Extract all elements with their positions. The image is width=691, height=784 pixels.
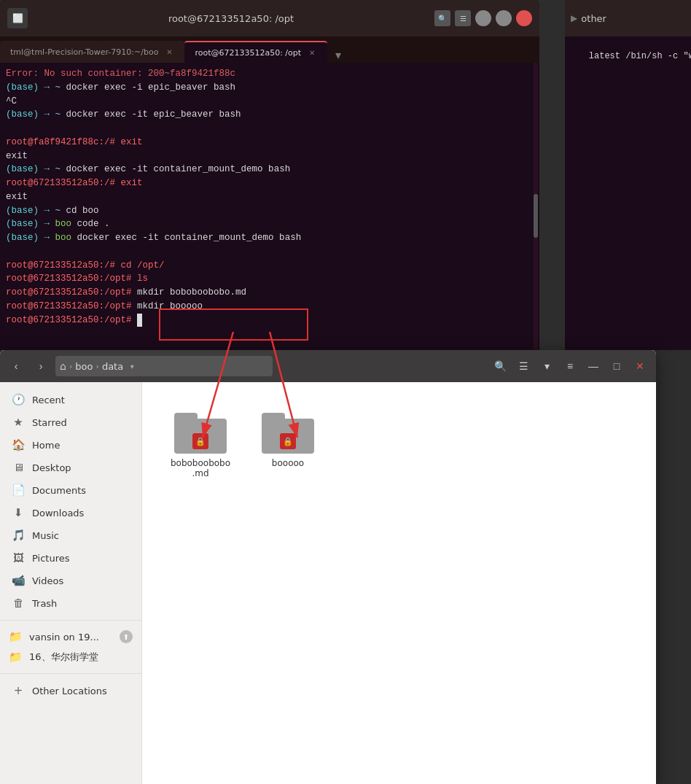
home-sidebar-icon: 🏠 xyxy=(12,438,25,451)
terminal-tab-2-close[interactable]: ✕ xyxy=(307,47,317,58)
sidebar-item-downloads[interactable]: ⬇ Downloads xyxy=(3,502,138,524)
terminal-right-content: latest /bin/sh -c "while t xyxy=(565,36,691,76)
terminal-titlebar: ⬜ root@672133512a50: /opt 🔍 ☰ ✕ xyxy=(0,0,539,36)
terminal-line-19: root@672133512a50:/opt# xyxy=(6,314,534,327)
terminal-controls: 🔍 ☰ ✕ xyxy=(434,10,532,26)
fm-view-options-button[interactable]: ▾ xyxy=(536,356,557,376)
terminal-minimize-button[interactable] xyxy=(475,10,491,26)
fm-close-button[interactable]: ✕ xyxy=(630,356,650,376)
terminal-line-17: root@672133512a50:/opt# mkdir boboboobob… xyxy=(6,286,534,300)
vansin-eject-button[interactable]: ⬆ xyxy=(120,630,133,643)
new-tab-button[interactable]: ▾ xyxy=(330,47,346,63)
fm-breadcrumb[interactable]: ⌂ › boo › data ▾ xyxy=(55,356,273,376)
sidebar-item-downloads-label: Downloads xyxy=(32,508,84,519)
terminal-scrollbar[interactable] xyxy=(534,63,538,350)
folder-body: 🔒 xyxy=(174,419,227,454)
fm-sidebar: 🕐 Recent ★ Starred 🏠 Home 🖥 Desktop 📄 Do… xyxy=(0,382,142,784)
terminal-right-panel: ▶ other latest /bin/sh -c "while t xyxy=(565,0,691,350)
terminal-tab-2-label: root@672133512a50: /opt xyxy=(195,48,301,58)
fm-files-grid: 🔒 boboboobobo.md 🔒 booooo xyxy=(157,397,641,492)
terminal-line-6: root@fa8f9421f88c:/# exit xyxy=(6,136,534,150)
terminal-tab-1-close[interactable]: ✕ xyxy=(164,47,174,57)
fm-toolbar-right: 🔍 ☰ ▾ ≡ — □ ✕ xyxy=(490,356,650,376)
terminal-icon: ⬜ xyxy=(7,8,28,28)
terminal-line-16: root@672133512a50:/opt# ls xyxy=(6,272,534,286)
sidebar-item-documents[interactable]: 📄 Documents xyxy=(3,479,138,501)
downloads-icon: ⬇ xyxy=(12,506,25,519)
trash-icon: 🗑 xyxy=(12,597,25,610)
terminal-title: root@672133512a50: /opt xyxy=(28,13,434,24)
other-locations-icon: + xyxy=(12,684,25,697)
sidebar-item-home[interactable]: 🏠 Home xyxy=(3,434,138,456)
file-item-boboboobobo[interactable]: 🔒 boboboobobo.md xyxy=(164,404,237,484)
sidebar-item-huaerjie-label: 16、华尔街学堂 xyxy=(29,651,98,664)
huaerjie-icon: 📁 xyxy=(9,651,22,664)
fm-menu-button[interactable]: ≡ xyxy=(560,356,580,376)
file-manager: ‹ › ⌂ › boo › data ▾ 🔍 ☰ ▾ ≡ — □ ✕ 🕐 Rec… xyxy=(0,350,656,784)
terminal-line-1: Error: No such container: 200~fa8f9421f8… xyxy=(6,67,534,81)
file-label-booooo: booooo xyxy=(272,458,304,468)
sidebar-item-documents-label: Documents xyxy=(32,485,86,496)
fm-forward-button[interactable]: › xyxy=(31,356,51,376)
terminal-line-9: root@672133512a50:/# exit xyxy=(6,176,534,190)
sidebar-item-huaerjie[interactable]: 📁 16、华尔街学堂 xyxy=(0,647,141,667)
sidebar-item-trash-label: Trash xyxy=(32,598,57,609)
sidebar-item-videos-label: Videos xyxy=(32,575,63,586)
terminal-line-7: exit xyxy=(6,150,534,163)
home-icon: ⌂ xyxy=(60,360,66,372)
terminal-tab-2[interactable]: root@672133512a50: /opt ✕ xyxy=(184,41,327,63)
terminal-maximize-button[interactable] xyxy=(496,10,512,26)
sidebar-divider-2 xyxy=(0,673,141,674)
sidebar-item-desktop-label: Desktop xyxy=(32,462,71,473)
sidebar-item-other-locations-label: Other Locations xyxy=(32,686,107,696)
terminal-search-button[interactable]: 🔍 xyxy=(434,10,450,26)
folder-icon-boboboobobo: 🔒 xyxy=(174,410,227,454)
terminal-tab-1[interactable]: tml@tml-Precision-Tower-7910:~/boo ✕ xyxy=(0,41,184,63)
fm-minimize-button[interactable]: — xyxy=(583,356,604,376)
fm-titlebar: ‹ › ⌂ › boo › data ▾ 🔍 ☰ ▾ ≡ — □ ✕ xyxy=(0,350,656,382)
fm-maximize-button[interactable]: □ xyxy=(606,356,627,376)
sidebar-item-vansin[interactable]: 📁 vansin on 19... ⬆ xyxy=(0,626,141,647)
desktop-icon: 🖥 xyxy=(12,461,25,474)
terminal-tab-1-label: tml@tml-Precision-Tower-7910:~/boo xyxy=(10,47,158,57)
sidebar-item-other-locations[interactable]: + Other Locations xyxy=(3,680,138,702)
fm-back-button[interactable]: ‹ xyxy=(6,356,26,376)
file-label-boboboobobo: boboboobobo.md xyxy=(170,458,231,478)
terminal-line-12: (base) → boo code . xyxy=(6,217,534,231)
sidebar-item-desktop[interactable]: 🖥 Desktop xyxy=(3,457,138,478)
terminal-line-11: (base) → ~ cd boo xyxy=(6,204,534,218)
sidebar-item-pictures[interactable]: 🖼 Pictures xyxy=(3,547,138,569)
terminal-menu-button[interactable]: ☰ xyxy=(455,10,471,26)
fm-search-button[interactable]: 🔍 xyxy=(490,356,510,376)
file-item-booooo[interactable]: 🔒 booooo xyxy=(251,404,324,484)
terminal-line-15: root@672133512a50:/# cd /opt/ xyxy=(6,259,534,273)
sidebar-divider xyxy=(0,620,141,621)
fm-list-view-button[interactable]: ☰ xyxy=(513,356,534,376)
sidebar-item-trash[interactable]: 🗑 Trash xyxy=(3,592,138,614)
sidebar-item-pictures-label: Pictures xyxy=(32,553,69,564)
documents-icon: 📄 xyxy=(12,484,25,497)
terminal-line-5 xyxy=(6,122,534,136)
breadcrumb-data[interactable]: data xyxy=(102,361,123,372)
terminal-right-title: other xyxy=(581,13,606,24)
sidebar-item-music-label: Music xyxy=(32,530,59,541)
breadcrumb-dropdown-icon[interactable]: ▾ xyxy=(126,360,138,372)
terminal-right-titlebar: ▶ other xyxy=(565,0,691,36)
sidebar-item-recent[interactable]: 🕐 Recent xyxy=(3,389,138,411)
recent-icon: 🕐 xyxy=(12,393,25,406)
terminal-scrollbar-thumb[interactable] xyxy=(534,194,538,238)
terminal-line-2: (base) → ~ docker exec -i epic_beaver ba… xyxy=(6,81,534,95)
starred-icon: ★ xyxy=(12,416,25,429)
fm-main: 🔒 boboboobobo.md 🔒 booooo xyxy=(142,382,656,784)
terminal-close-button[interactable]: ✕ xyxy=(516,10,532,26)
sidebar-item-music[interactable]: 🎵 Music xyxy=(3,524,138,546)
vansin-icon: 📁 xyxy=(9,630,22,643)
sidebar-item-starred[interactable]: ★ Starred xyxy=(3,411,138,433)
breadcrumb-boo[interactable]: boo xyxy=(75,361,93,372)
folder-icon-booooo: 🔒 xyxy=(262,410,314,454)
sidebar-item-videos[interactable]: 📹 Videos xyxy=(3,570,138,591)
terminal-line-8: (base) → ~ docker exec -it container_mou… xyxy=(6,163,534,176)
music-icon: 🎵 xyxy=(12,529,25,542)
terminal-line-4: (base) → ~ docker exec -it epic_beaver b… xyxy=(6,108,534,122)
videos-icon: 📹 xyxy=(12,574,25,587)
